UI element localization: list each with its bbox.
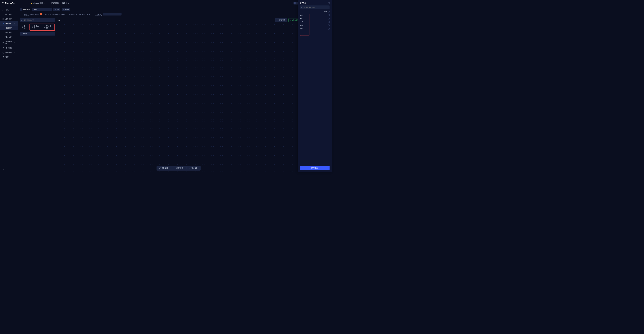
drawer-item[interactable]: test3 <box>300 13 330 17</box>
copy-icon <box>32 26 33 28</box>
drawer-search-input[interactable] <box>304 6 328 8</box>
home-icon <box>2 9 4 11</box>
scene-search[interactable] <box>20 18 55 22</box>
drawer-item[interactable]: test2 <box>300 20 330 24</box>
page-header: 计划管理 / 未运行 普通任务 创建人：17782978529 创建时间：202… <box>18 6 332 17</box>
drawer-list: test3 test3 test2 test2 test1 <box>300 13 330 166</box>
monitor-icon <box>2 52 4 54</box>
nav-home[interactable]: 首页 <box>0 8 18 12</box>
import-api-button[interactable]: 引入接口 <box>186 166 200 171</box>
search-icon <box>21 19 22 21</box>
content-row: 目录 新建场景 导入场景 <box>18 18 332 172</box>
add-scene-button[interactable]: 添加场景 <box>300 166 330 170</box>
select-all-checkbox[interactable] <box>328 11 330 12</box>
app-header: RunnerGo mikasaa的团队 团队过期时间： 2023-03-14 运… <box>0 0 332 6</box>
breadcrumb-row: 计划管理 / 未运行 普通任务 <box>20 8 330 11</box>
chart-icon <box>2 23 4 24</box>
gear-icon <box>2 42 4 44</box>
item-checkbox[interactable] <box>328 14 330 16</box>
canvas-header: test4 场景设置 调试场景 <box>57 18 300 22</box>
chevron-down-icon <box>14 57 15 58</box>
svg-rect-9 <box>32 27 33 28</box>
svg-point-8 <box>21 20 22 21</box>
chevron-down-icon <box>44 3 45 4</box>
chevron-down-icon <box>14 42 15 43</box>
crown-icon <box>30 2 32 4</box>
team-selector[interactable]: mikasaa的团队 <box>30 2 46 4</box>
plan-name-input[interactable] <box>32 8 52 11</box>
doc-icon <box>2 47 4 49</box>
dir-button[interactable]: 目录 <box>20 24 29 30</box>
created-at: 创建时间：2023-03-20 14:38:31 <box>45 13 66 15</box>
tree-item[interactable]: test4 <box>20 32 55 35</box>
new-scene-button[interactable]: 新建场景 <box>30 24 42 30</box>
nav-settings[interactable]: 设置 <box>0 55 18 60</box>
svg-point-7 <box>3 57 4 58</box>
meta-row: 创建人：17782978529 创建时间：2023-03-20 14:38:31… <box>20 13 330 16</box>
nav-preset[interactable]: 预设配置 <box>0 35 18 40</box>
nav-resource[interactable]: 资源管理 <box>0 51 18 55</box>
collapse-sidebar[interactable] <box>0 166 18 172</box>
drawer-item[interactable]: test2 <box>300 24 330 27</box>
chevron-left-icon <box>20 9 22 10</box>
main-content: 计划管理 / 未运行 普通任务 创建人：17782978529 创建时间：202… <box>18 6 332 172</box>
folder-plus-icon <box>22 26 24 28</box>
svg-point-12 <box>278 20 278 21</box>
item-checkbox[interactable] <box>328 18 330 19</box>
item-checkbox[interactable] <box>328 25 330 26</box>
rocket-icon <box>2 14 4 15</box>
nav-auto-test[interactable]: 自动化测试 <box>0 39 18 46</box>
close-button[interactable] <box>328 2 330 4</box>
item-checkbox[interactable] <box>328 21 330 23</box>
search-icon <box>301 7 303 8</box>
play-icon <box>290 20 292 21</box>
link-icon <box>159 168 161 169</box>
item-checkbox[interactable] <box>328 28 330 29</box>
updated-at: 最后修改时间：2023-03-20 14:38:31 <box>68 13 92 15</box>
new-api-button[interactable]: 新建接口 <box>156 166 170 171</box>
drawer-item[interactable]: test3 <box>300 17 330 20</box>
select-all-row[interactable]: 全选 <box>300 10 330 13</box>
file-icon <box>21 33 22 35</box>
settings-icon <box>2 56 4 58</box>
breadcrumb-parent: 计划管理 / <box>23 9 32 11</box>
scene-name: test4 <box>57 19 60 21</box>
team-name: mikasaa的团队 <box>33 2 44 4</box>
sidebar: 首页 接口管理 场景管理 性能测试 计划管理 报告管理 预设配置 自动化测试 <box>0 6 18 172</box>
desc-input[interactable] <box>103 13 122 15</box>
svg-rect-11 <box>21 33 22 34</box>
nav-plan-mgmt[interactable]: 计划管理 <box>0 26 18 30</box>
nav-scene[interactable]: 场景管理 <box>0 17 18 21</box>
svg-rect-10 <box>32 27 33 27</box>
drawer-search[interactable] <box>300 6 330 9</box>
download-icon <box>44 26 46 28</box>
svg-point-13 <box>302 7 302 8</box>
scene-tree-panel: 目录 新建场景 导入场景 <box>18 18 55 172</box>
status-tag: 未运行 <box>54 8 60 11</box>
layers-icon <box>2 18 4 20</box>
scene-canvas[interactable]: 新建接口 添加控制器 引入接口 <box>57 23 300 172</box>
chevron-down-icon <box>14 52 15 53</box>
svg-rect-6 <box>3 52 4 53</box>
download-icon <box>189 168 191 169</box>
import-scene-drawer: 导入场景 全选 test3 test3 test2 test2 test1 添加… <box>298 0 332 172</box>
svg-rect-3 <box>3 19 4 20</box>
gear-icon <box>277 19 278 21</box>
nav-docs[interactable]: 使用文档 <box>0 46 18 51</box>
nav-perf-test[interactable]: 性能测试 <box>0 21 18 26</box>
add-controller-button[interactable]: 添加控制器 <box>171 166 186 171</box>
svg-point-4 <box>3 42 4 43</box>
nav-report-mgmt[interactable]: 报告管理 <box>0 30 18 35</box>
scene-search-input[interactable] <box>24 19 54 21</box>
plus-icon <box>174 168 175 169</box>
drawer-item[interactable]: test1 <box>300 27 330 30</box>
creator-avatar <box>40 13 42 15</box>
desc: 计划描述： <box>95 13 122 16</box>
back-button[interactable] <box>20 8 22 11</box>
drawer-title: 导入场景 <box>300 2 330 4</box>
expire-info: 团队过期时间： 2023-03-14 <box>50 2 70 4</box>
scene-settings-button[interactable]: 场景设置 <box>275 18 287 22</box>
scene-canvas-panel: test4 场景设置 调试场景 新建接口 <box>55 18 302 172</box>
import-scene-button[interactable]: 导入场景 <box>42 24 54 30</box>
nav-api[interactable]: 接口管理 <box>0 12 18 17</box>
